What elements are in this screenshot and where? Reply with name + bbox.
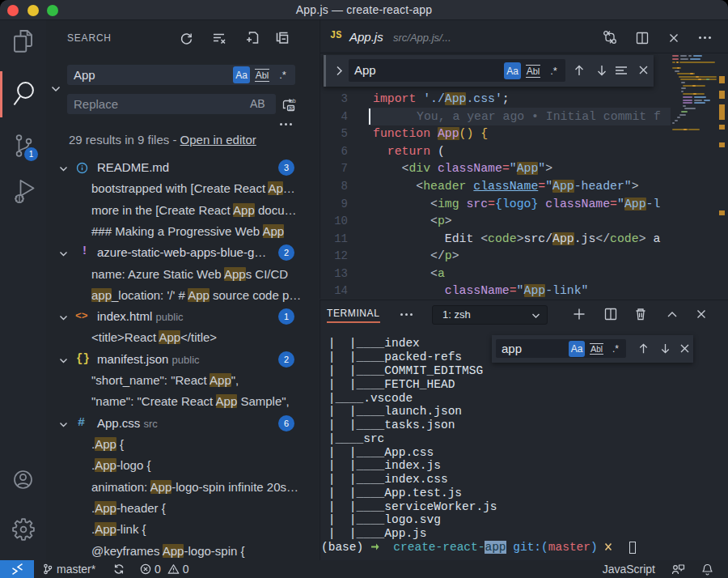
- svg-text:ab: ab: [290, 98, 296, 104]
- svg-text:ac: ac: [289, 104, 295, 110]
